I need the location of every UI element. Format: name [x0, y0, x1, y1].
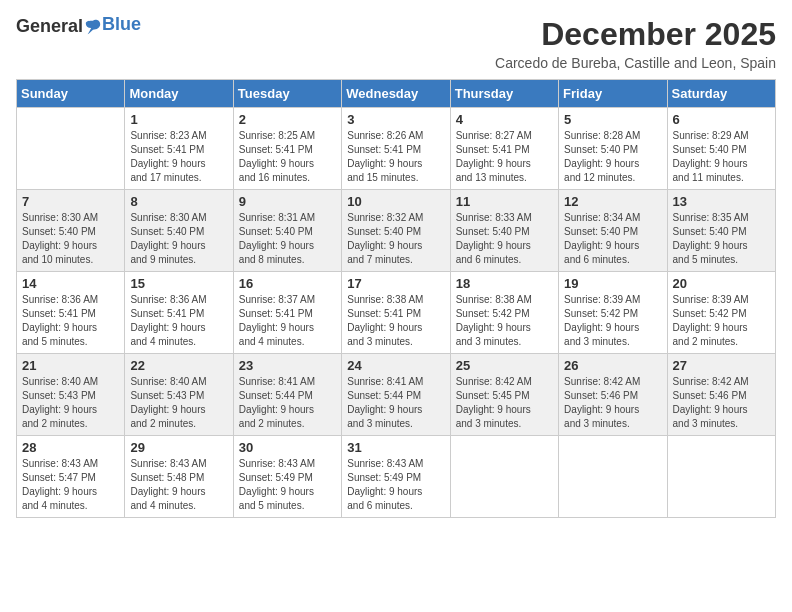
calendar-cell: 6Sunrise: 8:29 AMSunset: 5:40 PMDaylight…: [667, 108, 775, 190]
calendar-cell: 20Sunrise: 8:39 AMSunset: 5:42 PMDayligh…: [667, 272, 775, 354]
day-info: Sunrise: 8:27 AMSunset: 5:41 PMDaylight:…: [456, 129, 553, 185]
day-number: 29: [130, 440, 227, 455]
calendar-week-row: 28Sunrise: 8:43 AMSunset: 5:47 PMDayligh…: [17, 436, 776, 518]
calendar-cell: 3Sunrise: 8:26 AMSunset: 5:41 PMDaylight…: [342, 108, 450, 190]
day-info: Sunrise: 8:31 AMSunset: 5:40 PMDaylight:…: [239, 211, 336, 267]
day-info: Sunrise: 8:30 AMSunset: 5:40 PMDaylight:…: [130, 211, 227, 267]
calendar-cell: 23Sunrise: 8:41 AMSunset: 5:44 PMDayligh…: [233, 354, 341, 436]
logo-blue-text: Blue: [102, 14, 141, 35]
calendar-week-row: 14Sunrise: 8:36 AMSunset: 5:41 PMDayligh…: [17, 272, 776, 354]
day-number: 23: [239, 358, 336, 373]
day-info: Sunrise: 8:39 AMSunset: 5:42 PMDaylight:…: [564, 293, 661, 349]
calendar-cell: [17, 108, 125, 190]
day-number: 14: [22, 276, 119, 291]
day-number: 8: [130, 194, 227, 209]
day-info: Sunrise: 8:25 AMSunset: 5:41 PMDaylight:…: [239, 129, 336, 185]
day-number: 25: [456, 358, 553, 373]
day-number: 11: [456, 194, 553, 209]
day-number: 15: [130, 276, 227, 291]
calendar-cell: 18Sunrise: 8:38 AMSunset: 5:42 PMDayligh…: [450, 272, 558, 354]
day-number: 6: [673, 112, 770, 127]
calendar-header-row: SundayMondayTuesdayWednesdayThursdayFrid…: [17, 80, 776, 108]
calendar-cell: 29Sunrise: 8:43 AMSunset: 5:48 PMDayligh…: [125, 436, 233, 518]
day-info: Sunrise: 8:40 AMSunset: 5:43 PMDaylight:…: [22, 375, 119, 431]
day-number: 27: [673, 358, 770, 373]
day-number: 24: [347, 358, 444, 373]
day-info: Sunrise: 8:43 AMSunset: 5:47 PMDaylight:…: [22, 457, 119, 513]
calendar-cell: [559, 436, 667, 518]
day-info: Sunrise: 8:43 AMSunset: 5:49 PMDaylight:…: [347, 457, 444, 513]
day-number: 20: [673, 276, 770, 291]
calendar-cell: 2Sunrise: 8:25 AMSunset: 5:41 PMDaylight…: [233, 108, 341, 190]
day-number: 3: [347, 112, 444, 127]
day-info: Sunrise: 8:30 AMSunset: 5:40 PMDaylight:…: [22, 211, 119, 267]
day-info: Sunrise: 8:41 AMSunset: 5:44 PMDaylight:…: [347, 375, 444, 431]
day-info: Sunrise: 8:32 AMSunset: 5:40 PMDaylight:…: [347, 211, 444, 267]
calendar-cell: 27Sunrise: 8:42 AMSunset: 5:46 PMDayligh…: [667, 354, 775, 436]
calendar-cell: 26Sunrise: 8:42 AMSunset: 5:46 PMDayligh…: [559, 354, 667, 436]
calendar-day-header: Tuesday: [233, 80, 341, 108]
day-info: Sunrise: 8:36 AMSunset: 5:41 PMDaylight:…: [22, 293, 119, 349]
day-number: 10: [347, 194, 444, 209]
calendar-week-row: 21Sunrise: 8:40 AMSunset: 5:43 PMDayligh…: [17, 354, 776, 436]
day-info: Sunrise: 8:35 AMSunset: 5:40 PMDaylight:…: [673, 211, 770, 267]
calendar-day-header: Friday: [559, 80, 667, 108]
calendar-week-row: 1Sunrise: 8:23 AMSunset: 5:41 PMDaylight…: [17, 108, 776, 190]
calendar-cell: [450, 436, 558, 518]
day-info: Sunrise: 8:43 AMSunset: 5:48 PMDaylight:…: [130, 457, 227, 513]
day-number: 17: [347, 276, 444, 291]
calendar-cell: 24Sunrise: 8:41 AMSunset: 5:44 PMDayligh…: [342, 354, 450, 436]
day-info: Sunrise: 8:23 AMSunset: 5:41 PMDaylight:…: [130, 129, 227, 185]
day-number: 5: [564, 112, 661, 127]
calendar-cell: 12Sunrise: 8:34 AMSunset: 5:40 PMDayligh…: [559, 190, 667, 272]
day-number: 7: [22, 194, 119, 209]
page-header: General Blue December 2025 Carcedo de Bu…: [16, 16, 776, 71]
day-number: 2: [239, 112, 336, 127]
calendar-cell: 15Sunrise: 8:36 AMSunset: 5:41 PMDayligh…: [125, 272, 233, 354]
day-number: 13: [673, 194, 770, 209]
calendar-cell: 9Sunrise: 8:31 AMSunset: 5:40 PMDaylight…: [233, 190, 341, 272]
day-info: Sunrise: 8:38 AMSunset: 5:41 PMDaylight:…: [347, 293, 444, 349]
calendar-cell: [667, 436, 775, 518]
calendar-day-header: Sunday: [17, 80, 125, 108]
day-info: Sunrise: 8:42 AMSunset: 5:46 PMDaylight:…: [564, 375, 661, 431]
calendar-cell: 14Sunrise: 8:36 AMSunset: 5:41 PMDayligh…: [17, 272, 125, 354]
calendar-cell: 8Sunrise: 8:30 AMSunset: 5:40 PMDaylight…: [125, 190, 233, 272]
day-info: Sunrise: 8:40 AMSunset: 5:43 PMDaylight:…: [130, 375, 227, 431]
day-number: 18: [456, 276, 553, 291]
calendar-cell: 16Sunrise: 8:37 AMSunset: 5:41 PMDayligh…: [233, 272, 341, 354]
day-info: Sunrise: 8:39 AMSunset: 5:42 PMDaylight:…: [673, 293, 770, 349]
calendar-cell: 30Sunrise: 8:43 AMSunset: 5:49 PMDayligh…: [233, 436, 341, 518]
day-number: 31: [347, 440, 444, 455]
calendar-cell: 19Sunrise: 8:39 AMSunset: 5:42 PMDayligh…: [559, 272, 667, 354]
calendar-table: SundayMondayTuesdayWednesdayThursdayFrid…: [16, 79, 776, 518]
day-info: Sunrise: 8:36 AMSunset: 5:41 PMDaylight:…: [130, 293, 227, 349]
day-info: Sunrise: 8:38 AMSunset: 5:42 PMDaylight:…: [456, 293, 553, 349]
calendar-cell: 22Sunrise: 8:40 AMSunset: 5:43 PMDayligh…: [125, 354, 233, 436]
logo: General Blue: [16, 16, 141, 37]
calendar-day-header: Saturday: [667, 80, 775, 108]
calendar-cell: 25Sunrise: 8:42 AMSunset: 5:45 PMDayligh…: [450, 354, 558, 436]
day-info: Sunrise: 8:43 AMSunset: 5:49 PMDaylight:…: [239, 457, 336, 513]
logo-general-text: General: [16, 16, 83, 37]
calendar-cell: 4Sunrise: 8:27 AMSunset: 5:41 PMDaylight…: [450, 108, 558, 190]
calendar-cell: 11Sunrise: 8:33 AMSunset: 5:40 PMDayligh…: [450, 190, 558, 272]
day-number: 16: [239, 276, 336, 291]
day-number: 22: [130, 358, 227, 373]
day-info: Sunrise: 8:26 AMSunset: 5:41 PMDaylight:…: [347, 129, 444, 185]
location-title: Carcedo de Bureba, Castille and Leon, Sp…: [495, 55, 776, 71]
day-number: 21: [22, 358, 119, 373]
day-info: Sunrise: 8:29 AMSunset: 5:40 PMDaylight:…: [673, 129, 770, 185]
calendar-cell: 7Sunrise: 8:30 AMSunset: 5:40 PMDaylight…: [17, 190, 125, 272]
day-info: Sunrise: 8:41 AMSunset: 5:44 PMDaylight:…: [239, 375, 336, 431]
calendar-cell: 21Sunrise: 8:40 AMSunset: 5:43 PMDayligh…: [17, 354, 125, 436]
calendar-cell: 31Sunrise: 8:43 AMSunset: 5:49 PMDayligh…: [342, 436, 450, 518]
calendar-cell: 13Sunrise: 8:35 AMSunset: 5:40 PMDayligh…: [667, 190, 775, 272]
calendar-cell: 28Sunrise: 8:43 AMSunset: 5:47 PMDayligh…: [17, 436, 125, 518]
calendar-day-header: Monday: [125, 80, 233, 108]
day-info: Sunrise: 8:42 AMSunset: 5:45 PMDaylight:…: [456, 375, 553, 431]
day-info: Sunrise: 8:33 AMSunset: 5:40 PMDaylight:…: [456, 211, 553, 267]
calendar-week-row: 7Sunrise: 8:30 AMSunset: 5:40 PMDaylight…: [17, 190, 776, 272]
title-block: December 2025 Carcedo de Bureba, Castill…: [495, 16, 776, 71]
calendar-day-header: Thursday: [450, 80, 558, 108]
